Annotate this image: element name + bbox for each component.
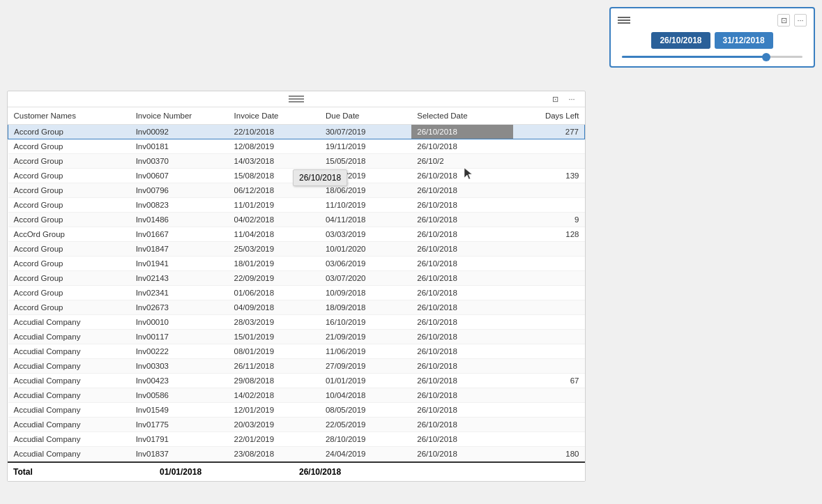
table-row[interactable]: Accord GroupInv0148604/02/201804/11/2018… (8, 213, 585, 227)
cell-sel-date: 26/10/2018 (411, 139, 513, 154)
cell-invoice: Inv02341 (130, 286, 229, 300)
table-row[interactable]: Accudial CompanyInv0011715/01/201921/09/… (8, 330, 585, 344)
cell-sel-date: 26/10/2018 (411, 198, 513, 213)
cell-inv-date: 15/08/2018 (229, 169, 320, 183)
widget-drag-handle[interactable] (618, 17, 630, 24)
table-row[interactable]: Accord GroupInv0184725/03/201910/01/2020… (8, 242, 585, 257)
date-range-widget: ⊡ ··· 26/10/2018 31/12/2018 (609, 7, 815, 68)
table-row[interactable]: Accudial CompanyInv0030326/11/201827/09/… (8, 359, 585, 374)
cell-sel-date: 26/10/2018 (411, 169, 513, 183)
table-header-row: Customer Names Invoice Number Invoice Da… (8, 107, 585, 125)
cell-invoice: Inv00586 (130, 388, 229, 403)
cell-due-date: 03/06/2019 (320, 257, 411, 271)
cell-inv-date: 12/01/2019 (229, 403, 320, 418)
cell-invoice: Inv00607 (130, 169, 229, 183)
cell-days (513, 344, 584, 359)
cell-sel-date: 26/10/2018 (411, 227, 513, 242)
table-row[interactable]: Accord GroupInv0009222/10/201830/07/2019… (8, 125, 585, 139)
panel-drag-handle[interactable] (289, 96, 304, 102)
cell-inv-date: 28/03/2019 (229, 315, 320, 330)
cell-invoice: Inv00181 (130, 139, 229, 154)
cell-sel-date: 26/10/2018 (411, 432, 513, 447)
table-footer: Total 01/01/2018 26/10/2018 (8, 461, 585, 481)
cell-invoice: Inv01775 (130, 418, 229, 432)
cell-customer: Accord Group (8, 286, 130, 300)
cell-inv-date: 12/08/2019 (229, 139, 320, 154)
panel-expand-icon[interactable]: ⊡ (549, 93, 561, 105)
cell-days: 9 (513, 213, 584, 227)
cell-inv-date: 22/01/2019 (229, 432, 320, 447)
header-selected-date: Selected Date (411, 107, 513, 125)
table-row[interactable]: Accord GroupInv0079606/12/201818/06/2019… (8, 183, 585, 198)
table-row[interactable]: Accord GroupInv0267304/09/201818/09/2018… (8, 300, 585, 315)
data-table-container[interactable]: Customer Names Invoice Number Invoice Da… (8, 107, 585, 461)
cell-inv-date: 08/01/2019 (229, 344, 320, 359)
cell-customer: Accudial Company (8, 388, 130, 403)
cell-invoice: Inv01941 (130, 257, 229, 271)
cell-customer: Accudial Company (8, 418, 130, 432)
main-table-panel: ⊡ ··· Customer Names Invoice Number Invo… (7, 91, 586, 482)
footer-label: Total (13, 467, 97, 477)
cell-sel-date: 26/10/2018 (411, 271, 513, 286)
cell-sel-date: 26/10/2018 (411, 315, 513, 330)
cell-days: 128 (513, 227, 584, 242)
cell-days (513, 403, 584, 418)
cell-inv-date: 06/12/2018 (229, 183, 320, 198)
table-row[interactable]: Accudial CompanyInv0154912/01/201908/05/… (8, 403, 585, 418)
table-row[interactable]: AccOrd GroupInv0166711/04/201803/03/2019… (8, 227, 585, 242)
table-row[interactable]: Accord GroupInv0018112/08/201919/11/2019… (8, 139, 585, 154)
table-row[interactable]: Accudial CompanyInv0177520/03/201922/05/… (8, 418, 585, 432)
cell-due-date: 21/09/2019 (320, 330, 411, 344)
cell-days (513, 286, 584, 300)
cell-sel-date: 26/10/2018 (411, 300, 513, 315)
table-row[interactable]: Accudial CompanyInv0042329/08/201801/01/… (8, 374, 585, 388)
cell-sel-date: 26/10/2018 (411, 388, 513, 403)
table-row[interactable]: Accudial CompanyInv0179122/01/201928/10/… (8, 432, 585, 447)
cell-invoice: Inv01486 (130, 213, 229, 227)
table-row[interactable]: Accord GroupInv0234101/06/201810/09/2018… (8, 286, 585, 300)
cell-days (513, 418, 584, 432)
cell-customer: Accudial Company (8, 359, 130, 374)
cell-sel-date: 26/10/2018 (411, 344, 513, 359)
cell-invoice: Inv01667 (130, 227, 229, 242)
table-row[interactable]: Accudial CompanyInv0022208/01/201911/06/… (8, 344, 585, 359)
cell-inv-date: 14/02/2018 (229, 388, 320, 403)
table-row[interactable]: Accudial CompanyInv0183723/08/201824/04/… (8, 447, 585, 461)
table-row[interactable]: Accord GroupInv0060715/08/201814/03/2019… (8, 169, 585, 183)
date-start-button[interactable]: 26/10/2018 (651, 32, 710, 49)
slider-thumb[interactable] (762, 53, 770, 61)
cell-customer: Accord Group (8, 154, 130, 169)
widget-expand-icon[interactable]: ⊡ (777, 14, 790, 26)
table-row[interactable]: Accudial CompanyInv0058614/02/201810/04/… (8, 388, 585, 403)
cell-due-date: 24/04/2019 (320, 447, 411, 461)
panel-toolbar: ⊡ ··· (8, 91, 585, 107)
cell-invoice: Inv01549 (130, 403, 229, 418)
cell-days (513, 154, 584, 169)
cell-due-date: 18/09/2018 (320, 300, 411, 315)
cell-days (513, 432, 584, 447)
panel-more-icon[interactable]: ··· (565, 93, 578, 105)
header-due-date: Due Date (320, 107, 411, 125)
cell-days (513, 315, 584, 330)
cell-due-date: 18/06/2019 (320, 183, 411, 198)
cell-due-date: 03/03/2019 (320, 227, 411, 242)
cell-customer: Accudial Company (8, 374, 130, 388)
date-slider-track[interactable] (622, 56, 802, 58)
date-end-button[interactable]: 31/12/2018 (715, 32, 773, 49)
widget-more-icon[interactable]: ··· (794, 14, 807, 26)
cell-inv-date: 29/08/2018 (229, 374, 320, 388)
header-days-left: Days Left (513, 107, 584, 125)
cell-days (513, 257, 584, 271)
cell-days: 180 (513, 447, 584, 461)
cell-customer: Accord Group (8, 125, 130, 139)
table-row[interactable]: Accudial CompanyInv0001028/03/201916/10/… (8, 315, 585, 330)
table-row[interactable]: Accord GroupInv0082311/01/201911/10/2019… (8, 198, 585, 213)
cell-invoice: Inv02673 (130, 300, 229, 315)
table-row[interactable]: Accord GroupInv0194118/01/201903/06/2019… (8, 257, 585, 271)
cell-invoice: Inv01837 (130, 447, 229, 461)
cell-days (513, 242, 584, 257)
cell-customer: Accord Group (8, 169, 130, 183)
table-row[interactable]: Accord GroupInv0214322/09/201903/07/2020… (8, 271, 585, 286)
table-row[interactable]: Accord GroupInv0037014/03/201815/05/2018… (8, 154, 585, 169)
panel-icon-group: ⊡ ··· (549, 93, 578, 105)
